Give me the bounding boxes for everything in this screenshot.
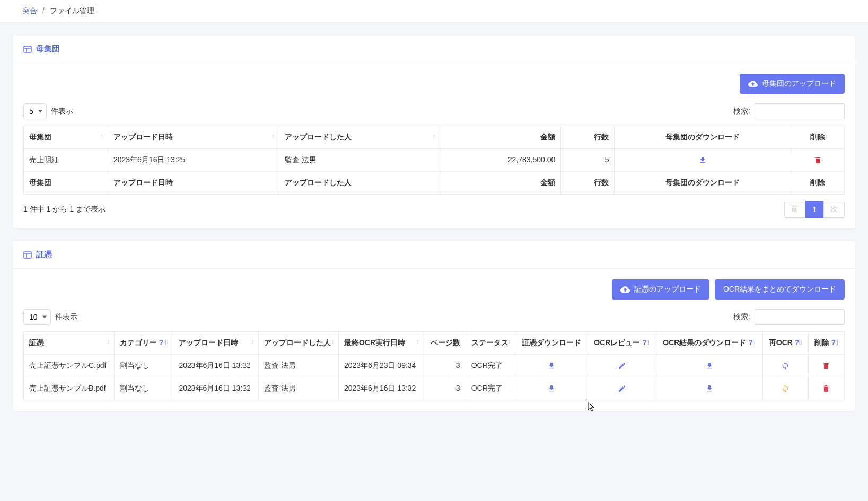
col-evidence-pages[interactable]: ページ数 xyxy=(424,332,466,355)
population-pagination: 前 1 次 xyxy=(784,201,845,218)
col-evidence-ocr-review: OCRレビュー ?⃝ xyxy=(588,332,656,355)
evidence-search-label: 検索: xyxy=(733,312,750,322)
ocr-bulk-download-button[interactable]: OCR結果をまとめてダウンロード xyxy=(715,279,845,300)
download-icon[interactable] xyxy=(705,361,714,370)
col-evidence-uploaded-at[interactable]: アップロード日時 xyxy=(173,332,259,355)
population-table: 母集団 アップロード日時 アップロードした人 金額 行数 母集団のダウンロード … xyxy=(23,126,845,195)
population-title: 母集団 xyxy=(36,44,60,54)
col-population-download: 母集団のダウンロード xyxy=(615,126,791,149)
edit-icon[interactable] xyxy=(618,384,626,393)
evidence-length-select[interactable]: 10 xyxy=(23,309,51,325)
evidence-card: 証憑 証憑のアップロード OCR結果をまとめてダウンロード 10 件表示 xyxy=(13,241,855,411)
foot-population-name: 母集団 xyxy=(24,172,108,195)
population-card-header: 母集団 xyxy=(13,36,855,63)
trash-icon[interactable] xyxy=(813,155,822,164)
breadcrumb: 突合 / ファイル管理 xyxy=(0,0,868,23)
population-next-button[interactable]: 次 xyxy=(823,201,845,218)
cell-evidence-category: 割当なし xyxy=(114,377,173,400)
foot-population-uploaded-at: アップロード日時 xyxy=(108,172,279,195)
cell-evidence-pages: 3 xyxy=(424,355,466,377)
col-population-name[interactable]: 母集団 xyxy=(24,126,108,149)
download-icon[interactable] xyxy=(547,361,556,370)
table-icon xyxy=(23,45,32,54)
col-evidence-category[interactable]: カテゴリー ?⃝ xyxy=(114,332,173,355)
evidence-title: 証憑 xyxy=(36,250,52,260)
col-population-delete: 削除 xyxy=(791,126,844,149)
svg-rect-0 xyxy=(24,46,31,52)
col-population-rows[interactable]: 行数 xyxy=(561,126,615,149)
population-length-select[interactable]: 5 xyxy=(23,103,47,119)
table-row: 売上証憑サンプルB.pdf割当なし2023年6月16日 13:32監査 法男20… xyxy=(24,377,845,400)
population-page-1-button[interactable]: 1 xyxy=(805,201,823,218)
population-prev-button[interactable]: 前 xyxy=(784,201,805,218)
cell-evidence-name: 売上証憑サンプルB.pdf xyxy=(24,377,115,400)
col-population-amount[interactable]: 金額 xyxy=(440,126,561,149)
download-icon[interactable] xyxy=(547,384,556,393)
foot-population-amount: 金額 xyxy=(440,172,561,195)
cell-evidence-uploaded-at: 2023年6月16日 13:32 xyxy=(173,355,259,377)
evidence-table: 証憑 カテゴリー ?⃝ アップロード日時 アップロードした人 最終OCR実行日時… xyxy=(23,331,845,400)
population-info-text: 1 件中 1 から 1 まで表示 xyxy=(23,205,106,214)
cell-population-uploaded-at: 2023年6月16日 13:25 xyxy=(108,149,279,172)
evidence-upload-label: 証憑のアップロード xyxy=(634,285,701,294)
population-length-label: 件表示 xyxy=(51,107,73,116)
sync-icon[interactable] xyxy=(781,384,790,393)
cell-evidence-name: 売上証憑サンプルC.pdf xyxy=(24,355,115,377)
population-search-input[interactable] xyxy=(755,103,845,119)
trash-icon[interactable] xyxy=(822,361,830,370)
cell-evidence-uploaded-by: 監査 法男 xyxy=(259,377,339,400)
breadcrumb-root[interactable]: 突合 xyxy=(22,6,37,15)
population-length-control: 5 件表示 xyxy=(23,103,73,119)
col-evidence-uploaded-by[interactable]: アップロードした人 xyxy=(259,332,339,355)
help-icon[interactable]: ?⃝ xyxy=(795,338,802,347)
population-upload-label: 母集団のアップロード xyxy=(762,79,836,89)
col-evidence-delete: 削除 ?⃝ xyxy=(808,332,844,355)
svg-rect-3 xyxy=(24,252,31,258)
col-population-uploaded-at[interactable]: アップロード日時 xyxy=(108,126,279,149)
breadcrumb-separator: / xyxy=(42,6,45,15)
foot-population-download: 母集団のダウンロード xyxy=(615,172,791,195)
foot-population-rows: 行数 xyxy=(561,172,615,195)
col-evidence-name[interactable]: 証憑 xyxy=(24,332,115,355)
table-row: 売上証憑サンプルC.pdf割当なし2023年6月16日 13:32監査 法男20… xyxy=(24,355,845,377)
sync-icon[interactable] xyxy=(781,361,790,370)
cell-population-uploaded-by: 監査 法男 xyxy=(279,149,440,172)
col-evidence-last-ocr[interactable]: 最終OCR実行日時 xyxy=(338,332,424,355)
evidence-search-control: 検索: xyxy=(733,309,845,325)
help-icon[interactable]: ?⃝ xyxy=(159,338,166,347)
evidence-card-header: 証憑 xyxy=(13,241,855,269)
cell-evidence-uploaded-by: 監査 法男 xyxy=(259,355,339,377)
col-evidence-ocr-dl: OCR結果のダウンロード ?⃝ xyxy=(656,332,762,355)
cell-evidence-last-ocr: 2023年6月23日 09:34 xyxy=(338,355,424,377)
help-icon[interactable]: ?⃝ xyxy=(642,338,650,347)
help-icon[interactable]: ?⃝ xyxy=(831,338,838,347)
cloud-upload-icon xyxy=(620,285,630,294)
col-population-uploaded-by[interactable]: アップロードした人 xyxy=(279,126,440,149)
col-evidence-reocr: 再OCR ?⃝ xyxy=(762,332,808,355)
cloud-upload-icon xyxy=(748,79,758,89)
col-evidence-status[interactable]: ステータス xyxy=(466,332,515,355)
help-icon[interactable]: ?⃝ xyxy=(748,338,756,347)
breadcrumb-current: ファイル管理 xyxy=(50,6,94,15)
cell-evidence-category: 割当なし xyxy=(114,355,173,377)
population-card: 母集団 母集団のアップロード 5 件表示 検索: xyxy=(13,36,855,228)
population-search-control: 検索: xyxy=(733,103,845,119)
evidence-length-label: 件表示 xyxy=(55,312,77,322)
evidence-length-control: 10 件表示 xyxy=(23,309,77,325)
trash-icon[interactable] xyxy=(822,384,830,393)
cell-evidence-status: OCR完了 xyxy=(466,355,515,377)
ocr-bulk-download-label: OCR結果をまとめてダウンロード xyxy=(723,285,836,294)
foot-population-delete: 削除 xyxy=(791,172,844,195)
cell-evidence-last-ocr: 2023年6月16日 13:32 xyxy=(338,377,424,400)
download-icon[interactable] xyxy=(698,155,707,164)
evidence-search-input[interactable] xyxy=(755,309,845,325)
cell-evidence-pages: 3 xyxy=(424,377,466,400)
evidence-upload-button[interactable]: 証憑のアップロード xyxy=(612,279,709,300)
download-icon[interactable] xyxy=(705,384,714,393)
cell-evidence-status: OCR完了 xyxy=(466,377,515,400)
cell-population-rowcount: 5 xyxy=(561,149,615,172)
cell-evidence-uploaded-at: 2023年6月16日 13:32 xyxy=(173,377,259,400)
edit-icon[interactable] xyxy=(618,361,626,370)
population-search-label: 検索: xyxy=(733,107,750,116)
population-upload-button[interactable]: 母集団のアップロード xyxy=(740,74,845,94)
